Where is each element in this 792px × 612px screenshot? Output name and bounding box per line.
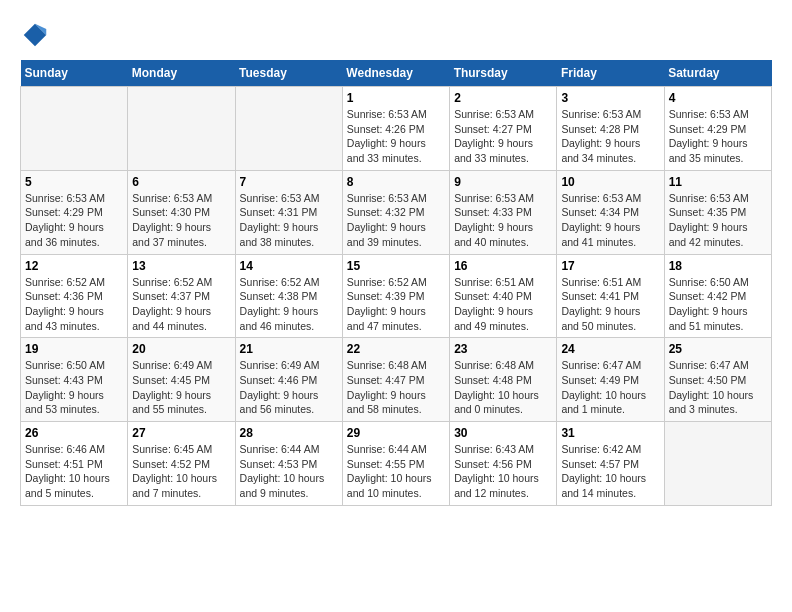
- day-number: 1: [347, 91, 445, 105]
- day-number: 20: [132, 342, 230, 356]
- day-number: 15: [347, 259, 445, 273]
- calendar-cell: 11Sunrise: 6:53 AMSunset: 4:35 PMDayligh…: [664, 170, 771, 254]
- day-info: Sunrise: 6:52 AMSunset: 4:39 PMDaylight:…: [347, 275, 445, 334]
- day-info: Sunrise: 6:53 AMSunset: 4:30 PMDaylight:…: [132, 191, 230, 250]
- calendar-cell: 13Sunrise: 6:52 AMSunset: 4:37 PMDayligh…: [128, 254, 235, 338]
- day-info: Sunrise: 6:49 AMSunset: 4:46 PMDaylight:…: [240, 358, 338, 417]
- day-number: 11: [669, 175, 767, 189]
- calendar-cell: 26Sunrise: 6:46 AMSunset: 4:51 PMDayligh…: [21, 422, 128, 506]
- day-number: 5: [25, 175, 123, 189]
- calendar-cell: 1Sunrise: 6:53 AMSunset: 4:26 PMDaylight…: [342, 87, 449, 171]
- day-info: Sunrise: 6:50 AMSunset: 4:43 PMDaylight:…: [25, 358, 123, 417]
- day-number: 3: [561, 91, 659, 105]
- day-number: 25: [669, 342, 767, 356]
- day-info: Sunrise: 6:53 AMSunset: 4:29 PMDaylight:…: [25, 191, 123, 250]
- day-number: 24: [561, 342, 659, 356]
- calendar-cell: 7Sunrise: 6:53 AMSunset: 4:31 PMDaylight…: [235, 170, 342, 254]
- day-number: 30: [454, 426, 552, 440]
- calendar-cell: 20Sunrise: 6:49 AMSunset: 4:45 PMDayligh…: [128, 338, 235, 422]
- calendar-cell: 12Sunrise: 6:52 AMSunset: 4:36 PMDayligh…: [21, 254, 128, 338]
- day-info: Sunrise: 6:46 AMSunset: 4:51 PMDaylight:…: [25, 442, 123, 501]
- calendar-cell: 24Sunrise: 6:47 AMSunset: 4:49 PMDayligh…: [557, 338, 664, 422]
- logo-icon: [20, 20, 50, 50]
- day-info: Sunrise: 6:47 AMSunset: 4:50 PMDaylight:…: [669, 358, 767, 417]
- day-number: 2: [454, 91, 552, 105]
- day-info: Sunrise: 6:48 AMSunset: 4:48 PMDaylight:…: [454, 358, 552, 417]
- day-info: Sunrise: 6:44 AMSunset: 4:55 PMDaylight:…: [347, 442, 445, 501]
- day-info: Sunrise: 6:53 AMSunset: 4:26 PMDaylight:…: [347, 107, 445, 166]
- day-number: 12: [25, 259, 123, 273]
- day-info: Sunrise: 6:53 AMSunset: 4:35 PMDaylight:…: [669, 191, 767, 250]
- day-info: Sunrise: 6:48 AMSunset: 4:47 PMDaylight:…: [347, 358, 445, 417]
- svg-marker-0: [24, 24, 47, 47]
- day-info: Sunrise: 6:42 AMSunset: 4:57 PMDaylight:…: [561, 442, 659, 501]
- day-info: Sunrise: 6:50 AMSunset: 4:42 PMDaylight:…: [669, 275, 767, 334]
- day-info: Sunrise: 6:53 AMSunset: 4:33 PMDaylight:…: [454, 191, 552, 250]
- page-header: [20, 20, 772, 50]
- calendar-cell: 9Sunrise: 6:53 AMSunset: 4:33 PMDaylight…: [450, 170, 557, 254]
- logo: [20, 20, 54, 50]
- day-number: 31: [561, 426, 659, 440]
- day-number: 8: [347, 175, 445, 189]
- calendar-cell: 31Sunrise: 6:42 AMSunset: 4:57 PMDayligh…: [557, 422, 664, 506]
- day-number: 29: [347, 426, 445, 440]
- day-number: 16: [454, 259, 552, 273]
- weekday-header: Saturday: [664, 60, 771, 87]
- calendar-week-row: 26Sunrise: 6:46 AMSunset: 4:51 PMDayligh…: [21, 422, 772, 506]
- day-number: 26: [25, 426, 123, 440]
- day-info: Sunrise: 6:52 AMSunset: 4:36 PMDaylight:…: [25, 275, 123, 334]
- day-info: Sunrise: 6:53 AMSunset: 4:31 PMDaylight:…: [240, 191, 338, 250]
- day-number: 6: [132, 175, 230, 189]
- calendar-week-row: 19Sunrise: 6:50 AMSunset: 4:43 PMDayligh…: [21, 338, 772, 422]
- calendar-cell: 19Sunrise: 6:50 AMSunset: 4:43 PMDayligh…: [21, 338, 128, 422]
- day-number: 4: [669, 91, 767, 105]
- calendar-week-row: 12Sunrise: 6:52 AMSunset: 4:36 PMDayligh…: [21, 254, 772, 338]
- weekday-header: Monday: [128, 60, 235, 87]
- calendar-cell: 27Sunrise: 6:45 AMSunset: 4:52 PMDayligh…: [128, 422, 235, 506]
- day-info: Sunrise: 6:45 AMSunset: 4:52 PMDaylight:…: [132, 442, 230, 501]
- calendar-cell: 28Sunrise: 6:44 AMSunset: 4:53 PMDayligh…: [235, 422, 342, 506]
- calendar-cell: 8Sunrise: 6:53 AMSunset: 4:32 PMDaylight…: [342, 170, 449, 254]
- calendar-week-row: 5Sunrise: 6:53 AMSunset: 4:29 PMDaylight…: [21, 170, 772, 254]
- calendar-cell: 16Sunrise: 6:51 AMSunset: 4:40 PMDayligh…: [450, 254, 557, 338]
- calendar-cell: 18Sunrise: 6:50 AMSunset: 4:42 PMDayligh…: [664, 254, 771, 338]
- day-number: 22: [347, 342, 445, 356]
- calendar-cell: 2Sunrise: 6:53 AMSunset: 4:27 PMDaylight…: [450, 87, 557, 171]
- calendar-cell: 15Sunrise: 6:52 AMSunset: 4:39 PMDayligh…: [342, 254, 449, 338]
- day-number: 28: [240, 426, 338, 440]
- calendar-cell: 5Sunrise: 6:53 AMSunset: 4:29 PMDaylight…: [21, 170, 128, 254]
- day-number: 9: [454, 175, 552, 189]
- day-number: 23: [454, 342, 552, 356]
- calendar-week-row: 1Sunrise: 6:53 AMSunset: 4:26 PMDaylight…: [21, 87, 772, 171]
- weekday-header: Thursday: [450, 60, 557, 87]
- day-number: 7: [240, 175, 338, 189]
- day-number: 19: [25, 342, 123, 356]
- day-info: Sunrise: 6:49 AMSunset: 4:45 PMDaylight:…: [132, 358, 230, 417]
- calendar-cell: 10Sunrise: 6:53 AMSunset: 4:34 PMDayligh…: [557, 170, 664, 254]
- calendar-cell: 17Sunrise: 6:51 AMSunset: 4:41 PMDayligh…: [557, 254, 664, 338]
- day-info: Sunrise: 6:53 AMSunset: 4:32 PMDaylight:…: [347, 191, 445, 250]
- day-number: 14: [240, 259, 338, 273]
- day-info: Sunrise: 6:44 AMSunset: 4:53 PMDaylight:…: [240, 442, 338, 501]
- day-number: 21: [240, 342, 338, 356]
- calendar-cell: 25Sunrise: 6:47 AMSunset: 4:50 PMDayligh…: [664, 338, 771, 422]
- day-info: Sunrise: 6:43 AMSunset: 4:56 PMDaylight:…: [454, 442, 552, 501]
- calendar-cell: 14Sunrise: 6:52 AMSunset: 4:38 PMDayligh…: [235, 254, 342, 338]
- calendar-cell: 3Sunrise: 6:53 AMSunset: 4:28 PMDaylight…: [557, 87, 664, 171]
- calendar-header-row: SundayMondayTuesdayWednesdayThursdayFrid…: [21, 60, 772, 87]
- weekday-header: Wednesday: [342, 60, 449, 87]
- day-info: Sunrise: 6:53 AMSunset: 4:27 PMDaylight:…: [454, 107, 552, 166]
- day-info: Sunrise: 6:51 AMSunset: 4:40 PMDaylight:…: [454, 275, 552, 334]
- calendar-cell: 4Sunrise: 6:53 AMSunset: 4:29 PMDaylight…: [664, 87, 771, 171]
- day-number: 18: [669, 259, 767, 273]
- calendar-cell: [235, 87, 342, 171]
- day-number: 17: [561, 259, 659, 273]
- calendar-cell: 29Sunrise: 6:44 AMSunset: 4:55 PMDayligh…: [342, 422, 449, 506]
- calendar-cell: 22Sunrise: 6:48 AMSunset: 4:47 PMDayligh…: [342, 338, 449, 422]
- calendar-cell: 30Sunrise: 6:43 AMSunset: 4:56 PMDayligh…: [450, 422, 557, 506]
- day-info: Sunrise: 6:53 AMSunset: 4:34 PMDaylight:…: [561, 191, 659, 250]
- day-info: Sunrise: 6:51 AMSunset: 4:41 PMDaylight:…: [561, 275, 659, 334]
- weekday-header: Sunday: [21, 60, 128, 87]
- weekday-header: Tuesday: [235, 60, 342, 87]
- calendar-cell: 23Sunrise: 6:48 AMSunset: 4:48 PMDayligh…: [450, 338, 557, 422]
